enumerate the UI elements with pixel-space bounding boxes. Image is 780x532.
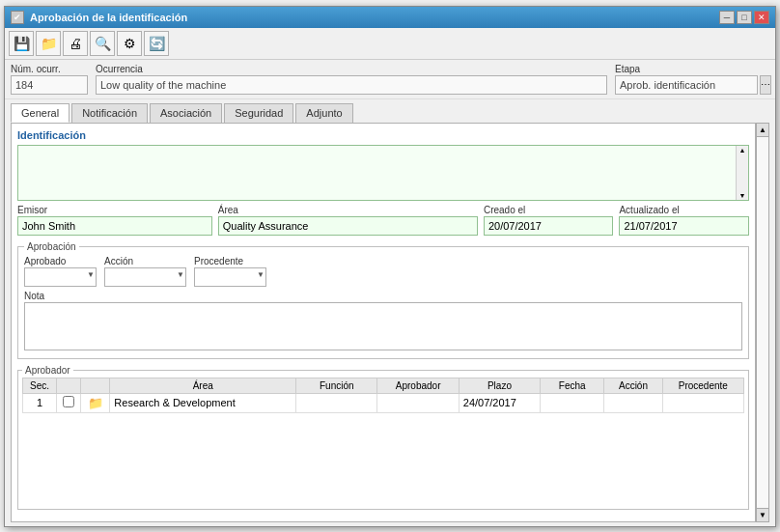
print-button[interactable]: 🖨: [63, 31, 88, 56]
col-aprobador: Aprobador: [377, 378, 459, 393]
identification-scrollbar: ▲ ▼: [736, 146, 748, 200]
cell-sec: 1: [23, 393, 57, 412]
aprobador-table-body: 1 📁 Research & Development 2: [23, 393, 744, 412]
tab-notificacion[interactable]: Notificación: [71, 103, 148, 123]
save-button[interactable]: 💾: [9, 31, 34, 56]
etapa-label: Etapa: [615, 64, 769, 74]
col-fecha: Fecha: [541, 378, 604, 393]
scroll-up-button[interactable]: ▲: [757, 124, 768, 137]
tabs-container: General Notificación Asociación Segurida…: [5, 99, 775, 123]
col-plazo: Plazo: [459, 378, 540, 393]
scroll-up-arrow[interactable]: ▲: [738, 146, 747, 154]
procedente-group: Procedente ▼: [194, 256, 266, 287]
procedente-label: Procedente: [194, 256, 266, 266]
identification-textarea[interactable]: [18, 146, 735, 200]
cell-aprobador: [377, 393, 459, 412]
table-header-row: Sec. Área Función Aprobador Plazo Fecha …: [23, 378, 744, 393]
cell-area: Research & Development: [110, 393, 296, 412]
emisor-label: Emisor: [17, 205, 212, 215]
aprobador-table: Sec. Área Función Aprobador Plazo Fecha …: [22, 378, 744, 413]
toolbar: 💾 📁 🖨 🔍 ⚙ 🔄: [5, 28, 775, 60]
accion-select[interactable]: [104, 267, 186, 287]
aprobador-fieldset: Aprobador Sec. Área Función Aprobador: [17, 365, 749, 510]
aprobador-table-container[interactable]: Sec. Área Función Aprobador Plazo Fecha …: [22, 378, 744, 505]
minimize-button[interactable]: ─: [719, 11, 735, 24]
aprobado-group: Aprobado Si No ▼: [24, 256, 97, 287]
ocurrencia-label: Ocurrencia: [96, 64, 607, 74]
ocurrencia-group: Ocurrencia: [96, 64, 607, 95]
actualizado-label: Actualizado el: [619, 205, 749, 215]
emisor-input[interactable]: [17, 216, 212, 236]
window-icon: ✔: [11, 11, 24, 24]
col-funcion: Función: [296, 378, 377, 393]
aprobacion-fieldset: Aprobación Aprobado Si No ▼: [17, 241, 749, 359]
nota-textarea[interactable]: [24, 302, 742, 350]
aprobacion-legend: Aprobación: [24, 241, 79, 252]
tab-adjunto[interactable]: Adjunto: [295, 103, 352, 123]
num-ocurr-input[interactable]: [11, 75, 88, 95]
col-check: [56, 378, 80, 393]
cell-fecha: [541, 393, 604, 412]
col-procedente: Procedente: [662, 378, 743, 393]
actualizado-input[interactable]: [619, 216, 749, 236]
tab-content: Identificación ▲ ▼ Emisor Área: [11, 123, 756, 522]
scroll-track: [757, 137, 768, 508]
emisor-row: Emisor Área Creado el Actualizado el: [17, 205, 749, 236]
aprobador-table-head: Sec. Área Función Aprobador Plazo Fecha …: [23, 378, 744, 393]
cell-accion: [604, 393, 662, 412]
window-controls: ─ □ ✕: [719, 11, 769, 24]
identification-section: Identificación ▲ ▼: [17, 129, 749, 201]
procedente-select[interactable]: [194, 267, 266, 287]
tabs-bar: General Notificación Asociación Segurida…: [11, 103, 769, 123]
aprobado-wrapper: Si No ▼: [24, 267, 97, 287]
creado-group: Creado el: [484, 205, 614, 236]
nota-label: Nota: [24, 291, 742, 301]
open-button[interactable]: 📁: [36, 31, 61, 56]
col-accion: Acción: [604, 378, 662, 393]
cell-procedente: [662, 393, 743, 412]
procedente-wrapper: ▼: [194, 267, 266, 287]
accion-group: Acción ▼: [104, 256, 186, 287]
close-button[interactable]: ✕: [754, 11, 769, 24]
row-checkbox[interactable]: [63, 396, 74, 407]
aprobado-select[interactable]: Si No: [24, 267, 97, 287]
col-folder: [81, 378, 110, 393]
header-row: Núm. ocurr. Ocurrencia Etapa ⋯: [5, 60, 775, 99]
emisor-group: Emisor: [17, 205, 212, 236]
creado-input[interactable]: [484, 216, 614, 236]
aprobacion-controls-row: Aprobado Si No ▼ Acción: [24, 256, 742, 287]
window-title: Aprobación de la identificación: [30, 12, 187, 23]
cell-check: [56, 393, 80, 412]
tab-general[interactable]: General: [11, 103, 70, 123]
title-bar: ✔ Aprobación de la identificación ─ □ ✕: [5, 7, 775, 28]
tab-asociacion[interactable]: Asociación: [150, 103, 222, 123]
ocurrencia-input[interactable]: [96, 75, 607, 95]
num-ocurr-label: Núm. ocurr.: [11, 64, 88, 74]
config-button[interactable]: ⚙: [117, 31, 142, 56]
table-row: 1 📁 Research & Development 2: [23, 393, 744, 412]
area-group: Área: [218, 205, 478, 236]
creado-label: Creado el: [484, 205, 614, 215]
accion-wrapper: ▼: [104, 267, 186, 287]
nota-group: Nota: [24, 291, 742, 352]
tab-seguridad[interactable]: Seguridad: [224, 103, 293, 123]
cell-folder: 📁: [81, 393, 110, 412]
main-window: ✔ Aprobación de la identificación ─ □ ✕ …: [4, 6, 776, 527]
refresh-button[interactable]: 🔄: [144, 31, 169, 56]
col-sec: Sec.: [23, 378, 57, 393]
num-ocurr-group: Núm. ocurr.: [11, 64, 88, 95]
area-label: Área: [218, 205, 478, 215]
folder-icon: 📁: [88, 396, 103, 410]
etapa-button[interactable]: ⋯: [760, 75, 771, 95]
maximize-button[interactable]: □: [737, 11, 752, 24]
scroll-down-button[interactable]: ▼: [757, 508, 768, 521]
actualizado-group: Actualizado el: [619, 205, 749, 236]
title-bar-left: ✔ Aprobación de la identificación: [11, 11, 187, 24]
aprobador-legend: Aprobador: [22, 365, 73, 376]
accion-label: Acción: [104, 256, 186, 266]
aprobado-label: Aprobado: [24, 256, 97, 266]
area-input[interactable]: [218, 216, 478, 236]
scroll-down-arrow[interactable]: ▼: [738, 191, 747, 200]
search-button[interactable]: 🔍: [90, 31, 115, 56]
etapa-input[interactable]: [615, 75, 758, 95]
